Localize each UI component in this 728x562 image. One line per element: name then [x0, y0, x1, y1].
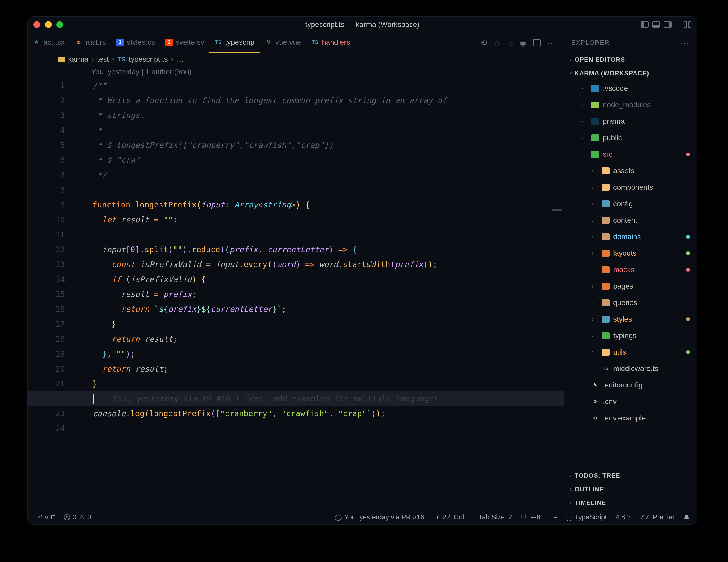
toggle-left-panel-icon[interactable]	[641, 21, 649, 28]
todos-section[interactable]: › TODOS: TREE	[564, 469, 697, 483]
code-line[interactable]: /**	[93, 78, 564, 93]
formatter[interactable]: ✓✓ Prettier	[640, 513, 675, 521]
breadcrumb-part[interactable]: karma	[68, 55, 88, 64]
tab-vue-vue[interactable]: Vvue.vue	[260, 32, 306, 53]
folder-styles[interactable]: ›styles	[564, 311, 697, 327]
maximize-button[interactable]	[56, 21, 63, 28]
tab-rust-rs[interactable]: ⊛rust.rs	[70, 32, 111, 53]
problems[interactable]: ⓧ 0 ⚠ 0	[64, 513, 91, 521]
code-line[interactable]: return result;	[93, 361, 564, 376]
folder-src[interactable]: ⌄src	[564, 146, 697, 162]
line-number[interactable]: 21	[28, 376, 77, 391]
code-line[interactable]: * strings.	[93, 108, 564, 123]
line-number[interactable]: 16	[28, 302, 77, 317]
file--env-example[interactable]: ⚙.env.example	[564, 410, 697, 426]
code-line[interactable]: * Write a function to find the longest c…	[93, 93, 564, 108]
folder-layouts[interactable]: ›layouts	[564, 245, 697, 261]
line-number[interactable]: 17	[28, 317, 77, 332]
code-line[interactable]: if (isPrefixValid) {	[93, 272, 564, 287]
folder-utils[interactable]: ›utils	[564, 344, 697, 360]
breadcrumb-part[interactable]: typescript.ts	[129, 55, 168, 64]
line-number[interactable]: 14	[28, 272, 77, 287]
run-icon[interactable]: ◉	[520, 38, 526, 47]
line-number[interactable]: 5	[28, 138, 77, 152]
more-icon[interactable]: ···	[680, 38, 690, 47]
tab-styles-cs[interactable]: 3styles.cs	[111, 32, 160, 53]
folder-components[interactable]: ›components	[564, 179, 697, 195]
folder-mocks[interactable]: ›mocks	[564, 261, 697, 278]
code-line[interactable]: let result = "";	[93, 212, 564, 227]
breadcrumb[interactable]: karma › test › TS typescript.ts › …	[28, 53, 564, 66]
line-number[interactable]: 9	[28, 197, 77, 212]
folder-queries[interactable]: ›queries	[564, 295, 697, 311]
encoding[interactable]: UTF-8	[521, 513, 541, 521]
open-editors-section[interactable]: › OPEN EDITORS	[564, 53, 697, 66]
line-number[interactable]: 11	[28, 227, 77, 242]
line-number[interactable]: 24	[28, 421, 77, 436]
line-number[interactable]: 13	[28, 257, 77, 272]
code-line[interactable]: console.log(longestPrefix(["cranberry", …	[93, 406, 564, 421]
line-number[interactable]: 7	[28, 167, 77, 182]
folder-public[interactable]: ›public	[564, 129, 697, 146]
cursor-position[interactable]: Ln 22, Col 1	[433, 513, 470, 521]
code-line[interactable]: function longestPrefix(input: Array<stri…	[93, 197, 564, 212]
code-line[interactable]: const isPrefixValid = input.every((word)…	[93, 257, 564, 272]
ts-version[interactable]: 4.8.2	[616, 513, 631, 521]
breadcrumb-part[interactable]: test	[97, 55, 109, 64]
folder-typings[interactable]: ›typings	[564, 327, 697, 344]
line-number[interactable]: 23	[28, 406, 77, 421]
customize-layout-icon[interactable]	[684, 21, 691, 28]
line-number[interactable]: 4	[28, 123, 77, 138]
folder-assets[interactable]: ›assets	[564, 162, 697, 179]
language-mode[interactable]: { } TypeScript	[566, 513, 607, 521]
folder--vscode[interactable]: ›.vscode	[564, 80, 697, 96]
line-number[interactable]: 19	[28, 347, 77, 361]
close-button[interactable]	[33, 21, 40, 28]
line-number[interactable]: 3	[28, 108, 77, 123]
line-gutter[interactable]: 123456789101112131415161718192021222324	[28, 78, 77, 436]
gitlens-authors[interactable]: You, yesterday | 1 author (You)	[28, 66, 564, 78]
compare-changes-icon[interactable]: ⟲	[481, 38, 487, 47]
folder-prisma[interactable]: ›prisma	[564, 113, 697, 129]
folder-content[interactable]: ›content	[564, 212, 697, 228]
line-number[interactable]: 12	[28, 242, 77, 257]
tab-handlers[interactable]: TShandlers	[306, 32, 355, 53]
toggle-bottom-panel-icon[interactable]	[652, 21, 660, 28]
tab-typescrip[interactable]: TStypescrip	[209, 32, 260, 53]
code-editor[interactable]: 123456789101112131415161718192021222324 …	[28, 78, 564, 510]
line-number[interactable]: 10	[28, 212, 77, 227]
line-number[interactable]: 15	[28, 287, 77, 302]
code-line[interactable]: result = prefix;	[93, 287, 564, 302]
code-line[interactable]: }	[93, 317, 564, 332]
workspace-section[interactable]: › KARMA (WORKSPACE)	[564, 66, 697, 80]
split-editor-icon[interactable]	[533, 39, 541, 46]
file-tree[interactable]: ›.vscode›node_modules›prisma›public⌄src›…	[564, 80, 697, 469]
line-number[interactable]: 18	[28, 332, 77, 347]
tab-act-tsx[interactable]: ⚛act.tsx	[28, 32, 70, 53]
minimize-button[interactable]	[45, 21, 52, 28]
tab-svelte-sv[interactable]: Ssvelte.sv	[160, 32, 209, 53]
git-next-icon[interactable]: ◇	[507, 38, 513, 47]
code-line[interactable]: }, "");	[93, 347, 564, 361]
code-content[interactable]: /** * Write a function to find the longe…	[93, 78, 564, 436]
code-line[interactable]: return `${prefix}${currentLetter}`;	[93, 302, 564, 317]
line-number[interactable]: 20	[28, 361, 77, 376]
more-icon[interactable]: ···	[547, 38, 557, 47]
line-number[interactable]: 6	[28, 152, 77, 167]
line-number[interactable]: 8	[28, 182, 77, 197]
code-line[interactable]: return result;	[93, 332, 564, 347]
file-middleware-ts[interactable]: TSmiddleware.ts	[564, 360, 697, 377]
outline-section[interactable]: › OUTLINE	[564, 483, 697, 496]
file--editorconfig[interactable]: ✎.editorconfig	[564, 377, 697, 393]
minimap-slider[interactable]	[552, 209, 562, 211]
line-number[interactable]: 1	[28, 78, 77, 93]
folder-config[interactable]: ›config	[564, 195, 697, 212]
eol[interactable]: LF	[549, 513, 557, 521]
tab-size[interactable]: Tab Size: 2	[479, 513, 512, 521]
code-line[interactable]	[93, 227, 564, 242]
git-prev-icon[interactable]: ◇	[494, 38, 500, 47]
code-line[interactable]: * $ "cra"	[93, 152, 564, 167]
gitlens-blame[interactable]: ◯ You, yesterday via PR #16	[335, 513, 424, 521]
code-line[interactable]: *	[93, 123, 564, 138]
folder-node_modules[interactable]: ›node_modules	[564, 96, 697, 113]
